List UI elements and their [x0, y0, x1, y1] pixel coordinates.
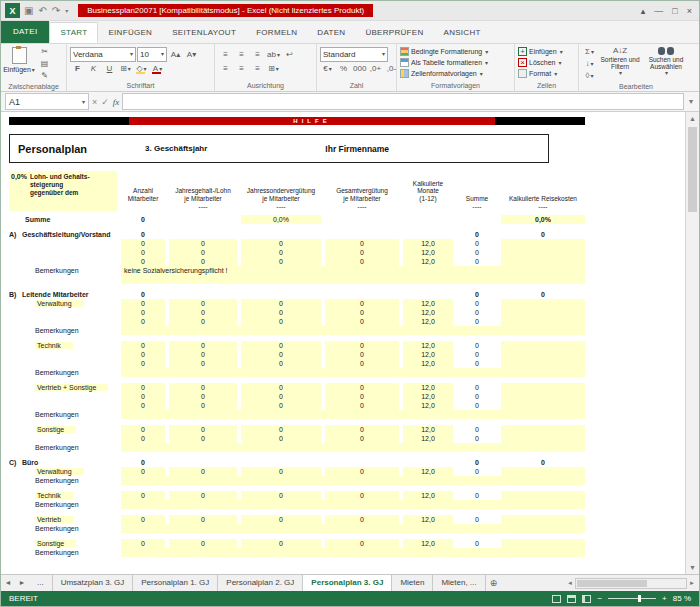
- increase-decimal-icon[interactable]: ,0+: [368, 63, 383, 74]
- grow-font-icon[interactable]: A▴: [168, 49, 183, 60]
- view-page-layout-icon[interactable]: [567, 595, 576, 603]
- copy-icon[interactable]: ▤: [37, 58, 52, 69]
- qat-customize-icon[interactable]: ▾: [65, 7, 68, 14]
- cell[interactable]: 0: [241, 308, 321, 317]
- cell[interactable]: 0: [169, 350, 237, 359]
- rate-cell[interactable]: 0,0% Lohn- und Gehalts- steigerung gegen…: [9, 171, 117, 211]
- scroll-left-icon[interactable]: ◄: [565, 580, 575, 586]
- ribbon-display-options-icon[interactable]: ▴: [641, 6, 646, 16]
- cell[interactable]: 0: [325, 425, 399, 434]
- cell[interactable]: 0: [121, 515, 165, 524]
- remarks-cell[interactable]: [121, 476, 585, 485]
- undo-icon[interactable]: ↶: [38, 5, 46, 16]
- insert-function-icon[interactable]: fx: [113, 97, 120, 107]
- remarks-cell[interactable]: [121, 443, 585, 452]
- cell[interactable]: 0: [121, 491, 165, 500]
- cell[interactable]: 0: [325, 359, 399, 368]
- vertical-scroll-thumb[interactable]: [688, 127, 697, 212]
- sheet-tab-mieten[interactable]: Mieten: [392, 575, 433, 591]
- close-icon[interactable]: ×: [687, 6, 692, 16]
- cell[interactable]: [501, 308, 585, 317]
- cell[interactable]: 0: [169, 248, 237, 257]
- scroll-up-icon[interactable]: ▲: [686, 112, 699, 125]
- ribbon-tab-seitenlayout[interactable]: SEITENLAYOUT: [162, 23, 246, 43]
- sheet-nav-right-icon[interactable]: ►: [15, 575, 29, 591]
- align-top-icon[interactable]: ≡: [218, 49, 233, 60]
- cell[interactable]: 0: [169, 392, 237, 401]
- cell[interactable]: 12,0: [403, 467, 453, 476]
- cell[interactable]: 0: [325, 539, 399, 548]
- enter-icon[interactable]: ✓: [101, 97, 109, 107]
- cell[interactable]: 0: [241, 257, 321, 266]
- wrap-text-icon[interactable]: ↩: [282, 49, 297, 60]
- merge-center-icon[interactable]: ⊞▾: [266, 63, 281, 74]
- cell[interactable]: 0: [325, 239, 399, 248]
- cell[interactable]: 0: [241, 239, 321, 248]
- cell[interactable]: 0: [121, 359, 165, 368]
- horizontal-scrollbar[interactable]: ◄ ►: [565, 575, 699, 591]
- italic-button[interactable]: K: [86, 63, 101, 74]
- excel-app-icon[interactable]: X: [5, 3, 20, 18]
- font-size-select[interactable]: 10▾: [137, 47, 167, 62]
- cell[interactable]: 12,0: [403, 299, 453, 308]
- cell[interactable]: 0: [169, 425, 237, 434]
- align-middle-icon[interactable]: ≡: [234, 49, 249, 60]
- ribbon-tab-formeln[interactable]: FORMELN: [246, 23, 307, 43]
- scroll-right-icon[interactable]: ►: [687, 580, 697, 586]
- zoom-out-icon[interactable]: −: [597, 594, 602, 603]
- remarks-cell[interactable]: [121, 548, 585, 557]
- worksheet[interactable]: HILFE Personalplan 3. Geschäftsjahr Ihr …: [1, 112, 685, 574]
- cell[interactable]: [501, 350, 585, 359]
- save-icon[interactable]: ▣: [24, 5, 33, 16]
- formula-bar-expand-icon[interactable]: ▾: [687, 97, 695, 106]
- cell[interactable]: 0: [241, 515, 321, 524]
- cell[interactable]: 0: [169, 467, 237, 476]
- cell[interactable]: 12,0: [403, 401, 453, 410]
- cell[interactable]: 0: [121, 467, 165, 476]
- zoom-in-icon[interactable]: +: [662, 594, 667, 603]
- cell[interactable]: 0: [169, 434, 237, 443]
- cell[interactable]: 12,0: [403, 425, 453, 434]
- cell[interactable]: 0: [121, 350, 165, 359]
- cell[interactable]: 0: [325, 308, 399, 317]
- cell[interactable]: 0: [241, 359, 321, 368]
- cell[interactable]: 0: [325, 299, 399, 308]
- font-color-icon[interactable]: A▾: [150, 63, 165, 74]
- cell[interactable]: 0: [325, 383, 399, 392]
- align-bottom-icon[interactable]: ≡: [250, 49, 265, 60]
- sheet-tab-umsatzplan-3-gj[interactable]: Umsatzplan 3. GJ: [53, 575, 134, 591]
- cell[interactable]: 0: [121, 299, 165, 308]
- cell[interactable]: 0: [169, 341, 237, 350]
- cell[interactable]: 12,0: [403, 341, 453, 350]
- cell[interactable]: [501, 539, 585, 548]
- cell[interactable]: 0: [325, 341, 399, 350]
- cell[interactable]: 0: [325, 491, 399, 500]
- cell[interactable]: 0: [121, 317, 165, 326]
- cell[interactable]: 12,0: [403, 239, 453, 248]
- cell[interactable]: 0: [325, 350, 399, 359]
- cell[interactable]: 0: [325, 257, 399, 266]
- cell[interactable]: 0: [241, 467, 321, 476]
- cell[interactable]: 0: [169, 299, 237, 308]
- cell[interactable]: 0: [121, 341, 165, 350]
- cell[interactable]: 0: [121, 257, 165, 266]
- align-right-icon[interactable]: ≡: [250, 63, 265, 74]
- cell[interactable]: 0: [169, 359, 237, 368]
- styles-als-tabelle-formatieren-button[interactable]: Als Tabelle formatieren▾: [400, 57, 511, 68]
- underline-button[interactable]: U: [102, 63, 117, 74]
- ribbon-tab-ansicht[interactable]: ANSICHT: [434, 23, 491, 43]
- cell[interactable]: 0: [325, 317, 399, 326]
- sheet-tab-personalplan-2-gj[interactable]: Personalplan 2. GJ: [218, 575, 303, 591]
- cell[interactable]: 0: [241, 317, 321, 326]
- format-painter-icon[interactable]: ✎: [37, 70, 52, 81]
- remarks-cell[interactable]: [121, 410, 585, 419]
- cell[interactable]: 0: [121, 383, 165, 392]
- cell[interactable]: [501, 401, 585, 410]
- cell[interactable]: [501, 491, 585, 500]
- cell[interactable]: 12,0: [403, 248, 453, 257]
- cell[interactable]: [501, 383, 585, 392]
- remarks-cell[interactable]: [121, 275, 585, 284]
- cell[interactable]: 12,0: [403, 539, 453, 548]
- cell[interactable]: 0: [169, 491, 237, 500]
- cell[interactable]: 0: [325, 392, 399, 401]
